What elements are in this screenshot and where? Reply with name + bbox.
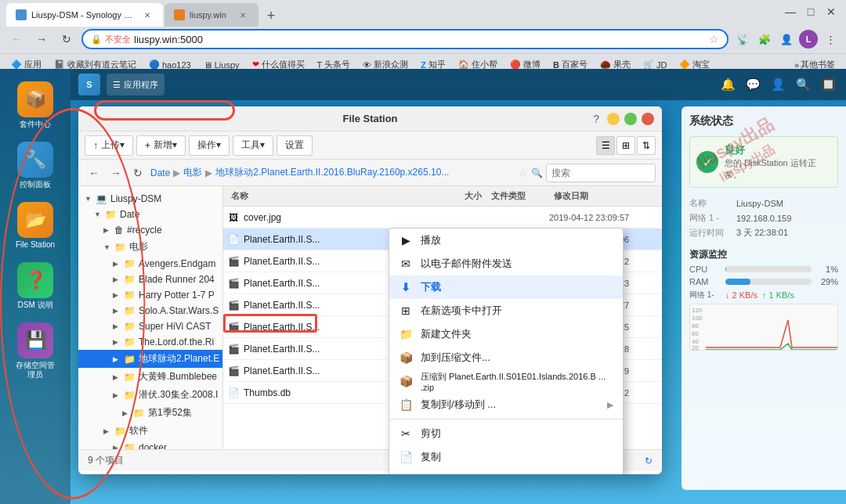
ctx-compress-label: 加到压缩文件... [421,351,613,365]
col-name[interactable]: 名称 [226,190,432,202]
sidebar-item-dsm-help[interactable]: ❓ DSM 说明 [8,257,63,315]
minimize-button[interactable]: — [782,3,799,20]
submenu-arrow-icon: ▶ [607,400,613,410]
dsm-sidebar: 📦 套件中心 🔧 控制面板 📂 File Station ❓ DSM 说明 💾 … [0,69,70,504]
tab-1[interactable]: Liuspy-DSM - Synology DiskSt... ✕ [6,3,163,27]
fs-help-icon[interactable]: ? [593,113,599,125]
upload-button[interactable]: ↑ 上传▾ [85,135,133,156]
ctx-compress-zip[interactable]: 📦 压缩到 Planet.Earth.II.S01E01.Islands.201… [389,369,623,393]
grid-view-button[interactable]: ⊞ [616,136,635,155]
sidebar-item-packages[interactable]: 📦 套件中心 [8,77,63,134]
tab-close-2[interactable]: ✕ [237,9,249,21]
cut-icon: ✂ [399,427,413,441]
close-button[interactable]: ✕ [822,3,840,20]
col-date[interactable]: 修改日期 [549,190,659,202]
chat-icon[interactable]: 💬 [743,74,763,95]
menu-button[interactable]: ⋮ [821,30,840,49]
fs-forward-button[interactable]: → [107,164,125,182]
ctx-cut[interactable]: ✂ 剪切 [389,422,623,445]
back-button[interactable]: ← [6,29,27,49]
fs-refresh-icon[interactable]: ↻ [645,455,653,466]
tree-harry-potter[interactable]: ▶ 📁 Harry Potter 1-7 P [78,287,222,303]
fs-path-movies[interactable]: 电影 [183,166,202,179]
new-tab-button[interactable]: + [260,5,282,27]
maximize-button[interactable]: □ [802,3,819,20]
tree-bumblebee[interactable]: ▶ 📁 大黄蜂.Bumblebee [78,368,222,386]
fs-maximize-button[interactable]: □ [624,113,637,125]
settings-button[interactable]: 设置 [277,135,313,156]
context-menu: ▶ 播放 ✉ 以电子邮件附件发送 ⬇ 下载 ⊞ 在新选项卡中打开 📁 新建文件夹… [389,228,624,474]
table-row[interactable]: 🖼 cover.jpg 2019-04-12 23:09:57 [223,207,662,229]
sidebar-item-filestation[interactable]: 📂 File Station [8,197,63,254]
ctx-new-folder[interactable]: 📁 新建文件夹 [389,322,623,346]
tree-avengers[interactable]: ▶ 📁 Avengers.Endgam [78,256,222,272]
new-button[interactable]: + 新增▾ [136,135,186,156]
cpu-progress-fill [725,266,726,272]
fs-back-button[interactable]: ← [85,164,103,182]
browser-chrome: Liuspy-DSM - Synology DiskSt... ✕ liuspy… [0,0,846,69]
tree-lotr[interactable]: ▶ 📁 The.Lord.of.the.Ri [78,334,222,350]
ctx-email[interactable]: ✉ 以电子邮件附件发送 [389,252,623,275]
new-folder-icon: 📁 [399,327,413,341]
fs-path-date[interactable]: Date [150,167,170,178]
network-row: 网络 1- ↓ 2 KB/s ↑ 1 KB/s [689,290,838,301]
info-uptime: 3 天 22:38:01 [736,225,838,240]
fs-minimize-button[interactable]: − [607,113,620,125]
fs-path-current[interactable]: 地球脉动2.Planet.Earth.II.2016.BluRay.2160p.… [215,166,449,179]
svg-text:80: 80 [692,322,699,329]
search-icon[interactable]: 🔍 [793,74,813,95]
tab-2[interactable]: liuspy.win ✕ [164,3,258,27]
sidebar-item-control[interactable]: 🔧 控制面板 [8,137,63,194]
address-box[interactable]: 🔒 不安全 liuspy.win:5000 ☆ [81,29,728,49]
tree-recycle[interactable]: ▶ 🗑 #recycle [78,222,222,238]
col-type[interactable]: 文件类型 [486,190,549,202]
ctx-play[interactable]: ▶ 播放 [389,229,623,252]
col-size[interactable]: 大小 [432,190,486,202]
tree-movies[interactable]: ▼ 📁 电影 [78,238,222,256]
tree-docker[interactable]: ▶ 📁 docker [78,440,222,449]
ctx-copy-move-label: 复制到/移动到 ... [421,398,599,412]
reload-button[interactable]: ↻ [56,29,77,49]
fs-close-button[interactable]: ✕ [642,113,654,125]
fs-search-input[interactable] [546,164,656,182]
tree-qianfu[interactable]: ▶ 📁 潜伏.30集全.2008.I [78,386,222,404]
ctx-delete[interactable]: 🗑 删除 [389,469,623,474]
windows-icon[interactable]: 🔲 [818,74,838,95]
sort-button[interactable]: ⇅ [637,136,656,155]
tree-super-hivi[interactable]: ▶ 📁 Super HiVi CAST [78,319,222,334]
action-button[interactable]: 操作▾ [189,135,230,156]
open-new-tab-icon: ⊞ [399,304,413,318]
tree-season1[interactable]: ▶ 📁 第1季52集 [78,404,222,422]
dsm-apps-button[interactable]: ☰ 应用程序 [107,74,164,95]
security-icon: 🔒 [91,34,102,45]
tree-software[interactable]: ▶ 📁 软件 [78,422,222,440]
fs-star-icon[interactable]: ☆ [518,167,528,179]
sidebar-item-storage[interactable]: 💾 存储空间管理员 [8,318,63,384]
user-button[interactable]: 👤 [777,30,796,49]
person-icon[interactable]: 👤 [768,74,788,95]
tree-blade-runner[interactable]: ▶ 📁 Blade Runner 204 [78,272,222,287]
ctx-copy[interactable]: 📄 复制 [389,445,623,469]
tab-favicon-2 [174,9,185,20]
forward-button[interactable]: → [31,29,52,49]
extensions-button[interactable]: 🧩 [755,30,774,49]
bookmark-star-icon[interactable]: ☆ [709,33,719,45]
tree-solo[interactable]: ▶ 📁 Solo.A.Star.Wars.S [78,303,222,319]
cast-button[interactable]: 📡 [733,30,752,49]
ctx-open-new-tab[interactable]: ⊞ 在新选项卡中打开 [389,299,623,322]
tree-liuspy-dsm[interactable]: ▼ 💻 Liuspy-DSM [78,191,222,207]
avatar-button[interactable]: L [799,30,818,49]
tab-close-1[interactable]: ✕ [141,9,154,21]
system-panel: 系统状态 ✓ 良好 您的 DiskStation 运转正常。 名称 Liuspy… [682,106,846,490]
svg-text:100: 100 [692,315,703,322]
tools-button[interactable]: 工具▾ [233,135,273,156]
ctx-compress[interactable]: 📦 加到压缩文件... [389,346,623,369]
ctx-copy-move[interactable]: 📋 复制到/移动到 ... ▶ [389,393,623,416]
notification-icon[interactable]: 🔔 [718,74,738,95]
ctx-download[interactable]: ⬇ 下载 [389,275,623,299]
tree-planet-earth[interactable]: ▶ 📁 地球脉动2.Planet.E [78,350,222,368]
list-view-button[interactable]: ☰ [596,136,615,155]
fs-reload-button[interactable]: ↻ [128,164,147,182]
tree-date[interactable]: ▼ 📁 Date [78,207,222,222]
ctx-copy-label: 复制 [421,450,613,464]
